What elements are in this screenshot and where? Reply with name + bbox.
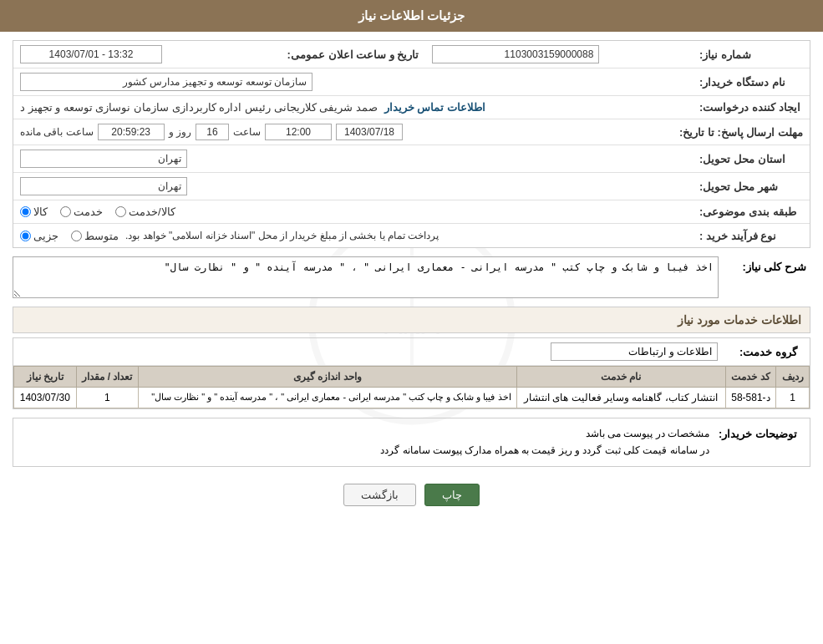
shahr-value-cell: تهران bbox=[13, 173, 693, 200]
tabaqe-khadamat-radio[interactable] bbox=[60, 206, 71, 217]
cell-unit: اخذ فیبا و شابک و چاپ کتب " مدرسه ایرانی… bbox=[139, 388, 516, 408]
time-label: ساعت bbox=[233, 126, 261, 138]
tawzih-section: توضیحات خریدار: مشخصات در پیوست می باشد … bbox=[13, 418, 810, 467]
mohlet-row: مهلت ارسال پاسخ: تا تاریخ: ساعت باقی مان… bbox=[13, 119, 810, 145]
ostan-row: استان محل تحویل: تهران bbox=[13, 145, 810, 173]
announce-label: تاریخ و ساعت اعلان عمومی: bbox=[281, 41, 426, 68]
remain-value: 20:59:23 bbox=[98, 124, 165, 140]
farayed-jozi-radio[interactable] bbox=[20, 231, 31, 241]
dastgah-label: نام دستگاه خریدار: bbox=[693, 68, 810, 95]
tabaqe-khadamat[interactable]: خدمت bbox=[60, 205, 103, 218]
shomare-niaz-value: 1103003159000088 bbox=[425, 41, 693, 68]
col-radif: ردیف bbox=[776, 367, 810, 388]
col-date: تاریخ نیاز bbox=[14, 367, 77, 388]
farayed-row: نوع فرآیند خرید : متوسط جزیی bbox=[13, 224, 810, 247]
col-count: تعداد / مقدار bbox=[76, 367, 139, 388]
remain-label: ساعت باقی مانده bbox=[20, 126, 94, 138]
col-name: نام خدمت bbox=[516, 367, 725, 388]
sharh-section: شرح کلی نیاز: اخذ فیبا و شابک و چاپ کتب … bbox=[13, 256, 810, 298]
service-section: گروه خدمت: اطلاعات و ارتباطات ردیف کد خد… bbox=[13, 337, 810, 409]
ijad-label: ایجاد کننده درخواست: bbox=[693, 96, 810, 119]
service-group-value: اطلاعات و ارتباطات bbox=[551, 342, 718, 361]
service-table: ردیف کد خدمت نام خدمت واحد اندازه گیری ت… bbox=[13, 366, 810, 408]
farayed-label: نوع فرآیند خرید : bbox=[693, 224, 810, 247]
tabaqe-kala-khadamat-radio[interactable] bbox=[115, 206, 126, 217]
farayed-motavasset-radio[interactable] bbox=[71, 231, 82, 241]
page-title: جزئیات اطلاعات نیاز bbox=[0, 0, 823, 32]
ijad-value: صمد شریفی کلاریجانی رئیس اداره کاربردازی… bbox=[20, 101, 378, 114]
cell-name: انتشار کتاب، گاهنامه وسایر فعالیت های ان… bbox=[516, 388, 725, 408]
ijad-link[interactable]: اطلاعات تماس خریدار bbox=[384, 101, 485, 114]
farayed-motavasset[interactable]: متوسط bbox=[71, 230, 119, 242]
tabaqe-label: طبقه بندی موضوعی: bbox=[693, 200, 810, 223]
shomare-niaz-input: 1103003159000088 bbox=[432, 45, 599, 63]
farayed-jozi-label: جزیی bbox=[33, 230, 58, 242]
mohlet-value-cell: ساعت باقی مانده 20:59:23 روز و 16 ساعت 1… bbox=[13, 119, 673, 145]
bottom-buttons: چاپ بازگشت bbox=[13, 475, 810, 515]
remain-row: ساعت باقی مانده 20:59:23 روز و 16 ساعت 1… bbox=[20, 124, 666, 140]
tawzih-line1: مشخصات در پیوست می باشد bbox=[22, 425, 709, 442]
main-info-section: شماره نیاز: 1103003159000088 تاریخ و ساع… bbox=[13, 40, 810, 248]
shahr-input: تهران bbox=[20, 177, 187, 195]
announce-value: 1403/07/01 - 13:32 bbox=[13, 41, 281, 68]
day-label: روز و bbox=[169, 126, 191, 138]
tawzih-line2: در سامانه قیمت کلی ثبت گردد و ریز قیمت ب… bbox=[22, 442, 709, 459]
cell-count: 1 bbox=[76, 388, 139, 408]
tawzih-label: توضیحات خریدار: bbox=[709, 425, 801, 440]
sharh-textarea[interactable]: اخذ فیبا و شابک و چاپ کتب " مدرسه ایرانی… bbox=[13, 256, 719, 298]
ijad-row: ایجاد کننده درخواست: اطلاعات تماس خریدار… bbox=[13, 96, 810, 119]
dastgah-row: نام دستگاه خریدار: سازمان توسعه توسعه و … bbox=[13, 68, 810, 96]
tabaqe-kala-khadamat-label: کالا/خدمت bbox=[129, 205, 175, 218]
cell-code: د-581-58 bbox=[725, 388, 776, 408]
back-button[interactable]: بازگشت bbox=[343, 484, 416, 506]
col-code: کد خدمت bbox=[725, 367, 776, 388]
sharh-label: شرح کلی نیاز: bbox=[719, 256, 810, 273]
dastgah-input: سازمان توسعه توسعه و تجهیز مدارس کشور bbox=[20, 73, 312, 91]
tabaqe-value-cell: کالا/خدمت خدمت کالا bbox=[13, 200, 693, 223]
ostan-label: استان محل تحویل: bbox=[693, 145, 810, 172]
farayed-value-cell: متوسط جزیی پرداخت تمام یا بخشی از مبلغ خ… bbox=[13, 224, 693, 247]
shomare-niaz-row: شماره نیاز: 1103003159000088 تاریخ و ساع… bbox=[13, 41, 810, 68]
farayed-motavasset-label: متوسط bbox=[84, 230, 119, 242]
tabaqe-kala-radio[interactable] bbox=[20, 206, 31, 217]
day-value: 16 bbox=[196, 124, 229, 140]
col-unit: واحد اندازه گیری bbox=[139, 367, 516, 388]
cell-date: 1403/07/30 bbox=[14, 388, 77, 408]
shahr-row: شهر محل تحویل: تهران bbox=[13, 173, 810, 200]
tabaqe-khadamat-label: خدمت bbox=[74, 205, 103, 218]
tabaqe-radio-group: کالا/خدمت خدمت کالا bbox=[20, 205, 175, 218]
ijad-value-cell: اطلاعات تماس خریدار صمد شریفی کلاریجانی … bbox=[13, 96, 693, 119]
shomare-niaz-label: شماره نیاز: bbox=[693, 41, 810, 68]
farayed-radio-group: متوسط جزیی bbox=[20, 230, 119, 242]
tabaqe-kala-khadamat[interactable]: کالا/خدمت bbox=[115, 205, 175, 218]
table-row: 1 د-581-58 انتشار کتاب، گاهنامه وسایر فع… bbox=[14, 388, 810, 408]
announce-date: 1403/07/01 - 13:32 bbox=[20, 45, 162, 63]
tabaqe-row: طبقه بندی موضوعی: کالا/خدمت خدمت bbox=[13, 200, 810, 224]
service-group-label: گروه خدمت: bbox=[718, 346, 801, 358]
farayed-note: پرداخت تمام یا بخشی از مبلغ خریدار از مح… bbox=[125, 230, 439, 241]
tabaqe-kala[interactable]: کالا bbox=[20, 205, 48, 218]
tawzih-content: مشخصات در پیوست می باشد در سامانه قیمت ک… bbox=[22, 425, 709, 459]
dastgah-value: سازمان توسعه توسعه و تجهیز مدارس کشور bbox=[13, 68, 693, 95]
service-section-title: اطلاعات خدمات مورد نیاز bbox=[13, 307, 810, 333]
print-button[interactable]: چاپ bbox=[424, 484, 480, 506]
mohlet-label: مهلت ارسال پاسخ: تا تاریخ: bbox=[673, 119, 810, 145]
ostan-input: تهران bbox=[20, 150, 187, 168]
ostan-value-cell: تهران bbox=[13, 145, 693, 172]
tabaqe-kala-label: کالا bbox=[33, 205, 48, 218]
cell-radif: 1 bbox=[776, 388, 810, 408]
date-value: 1403/07/18 bbox=[336, 124, 403, 140]
service-group-row: گروه خدمت: اطلاعات و ارتباطات bbox=[13, 338, 810, 366]
farayed-jozi[interactable]: جزیی bbox=[20, 230, 58, 242]
shahr-label: شهر محل تحویل: bbox=[693, 173, 810, 200]
time-value: 12:00 bbox=[265, 124, 332, 140]
